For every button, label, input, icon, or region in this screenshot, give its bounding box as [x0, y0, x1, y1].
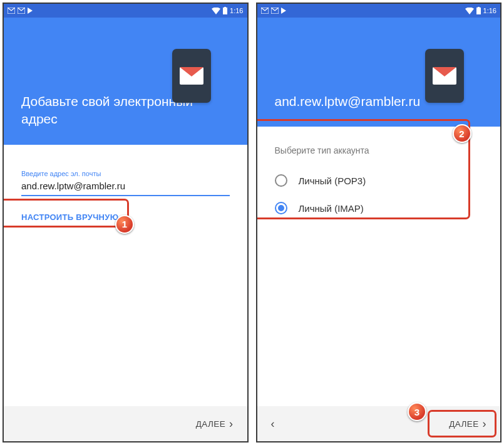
choose-account-label: Выберите тип аккаунта [275, 145, 483, 155]
phone-right: 1:16 and.rew.lptw@rambler.ru Выберите ти… [256, 3, 502, 442]
mail-notif-icon [271, 8, 279, 14]
svg-rect-2 [223, 8, 227, 14]
next-label: ДАЛЕЕ [196, 419, 225, 429]
wifi-icon [212, 8, 220, 14]
battery-icon [476, 7, 481, 14]
next-button[interactable]: ДАЛЕЕ › [196, 418, 234, 429]
radio-label-imap: Личный (IMAP) [299, 203, 364, 214]
status-bar: 1:16 [257, 4, 501, 18]
footer-bar: ‹ ДАЛЕЕ › 3 [257, 406, 501, 441]
clock-text: 1:16 [230, 7, 243, 14]
content-area: Введите адрес эл. почты НАСТРОИТЬ ВРУЧНУ… [4, 145, 247, 406]
svg-rect-6 [476, 8, 481, 14]
footer-bar: ДАЛЕЕ › [4, 406, 247, 441]
radio-checked-icon [275, 202, 287, 214]
status-bar: 1:16 [4, 4, 247, 18]
mail-notif-icon [261, 8, 269, 14]
email-input-label: Введите адрес эл. почты [21, 170, 230, 177]
radio-label-pop3: Личный (POP3) [299, 175, 366, 186]
radio-option-imap[interactable]: Личный (IMAP) [275, 194, 483, 222]
chevron-right-icon: › [483, 418, 486, 429]
back-button[interactable]: ‹ [271, 418, 275, 429]
next-label: ДАЛЕЕ [449, 419, 478, 429]
manual-setup-button[interactable]: НАСТРОИТЬ ВРУЧНУЮ [21, 212, 118, 222]
email-input[interactable] [21, 177, 230, 196]
svg-rect-7 [478, 7, 480, 8]
chevron-left-icon: ‹ [271, 418, 275, 429]
clock-text: 1:16 [483, 7, 496, 14]
next-button[interactable]: ДАЛЕЕ › [449, 418, 486, 429]
battery-icon [223, 7, 227, 14]
chevron-right-icon: › [229, 418, 233, 429]
mail-notif-icon [8, 8, 15, 14]
mail-notif-icon [18, 8, 25, 14]
content-area: Выберите тип аккаунта Личный (POP3) Личн… [257, 127, 501, 406]
annotation-callout-2: 2 [453, 124, 471, 143]
play-store-icon [281, 8, 286, 14]
svg-rect-3 [224, 7, 226, 8]
wifi-icon [465, 8, 474, 14]
gmail-device-icon [425, 49, 464, 103]
play-store-icon [28, 8, 33, 14]
hero-panel: Добавьте свой электронный адрес [4, 18, 247, 145]
radio-option-pop3[interactable]: Личный (POP3) [275, 167, 483, 194]
phone-left: 1:16 Добавьте свой электронный адрес Вве… [3, 3, 249, 442]
radio-unchecked-icon [275, 174, 287, 187]
gmail-device-icon [172, 49, 211, 103]
hero-panel: and.rew.lptw@rambler.ru [257, 18, 501, 127]
